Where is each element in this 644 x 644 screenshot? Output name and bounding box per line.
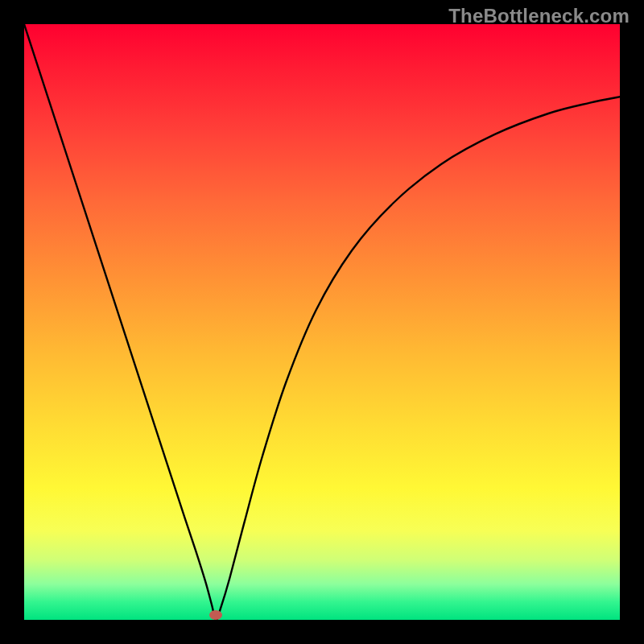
chart-frame: TheBottleneck.com — [0, 0, 644, 644]
plot-area — [24, 24, 620, 620]
curve-path — [24, 24, 620, 620]
bottleneck-curve — [24, 24, 620, 620]
watermark-text: TheBottleneck.com — [448, 5, 630, 27]
